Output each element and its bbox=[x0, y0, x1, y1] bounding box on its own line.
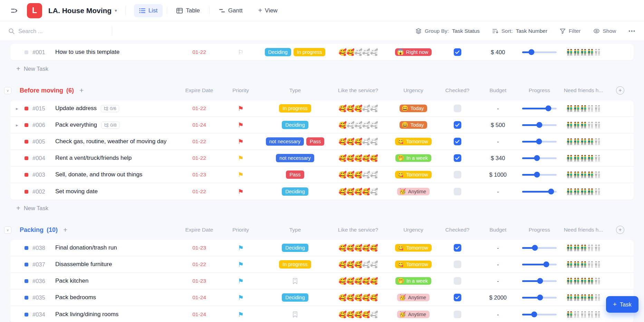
type-cell[interactable]: In progress bbox=[263, 104, 327, 113]
checked-cell[interactable] bbox=[438, 121, 477, 129]
urgency-cell[interactable]: 🥳 Anytime bbox=[389, 188, 438, 195]
like-service-cell[interactable]: 🥰🥰🥰🥰🥰 bbox=[327, 188, 389, 195]
like-emoji[interactable]: 🥰 bbox=[362, 261, 370, 268]
status-dot[interactable] bbox=[25, 50, 28, 54]
like-emoji[interactable]: 🥰 bbox=[370, 261, 378, 268]
like-emoji[interactable]: 🥰 bbox=[346, 278, 354, 284]
type-cell[interactable]: not necessaryPass bbox=[263, 137, 327, 146]
tab-list[interactable]: List bbox=[134, 4, 163, 17]
type-cell[interactable]: not necessary bbox=[263, 154, 327, 162]
like-emoji[interactable]: 🥰 bbox=[370, 172, 378, 178]
priority-cell[interactable]: ⚑ bbox=[218, 138, 263, 145]
expire-date-cell[interactable]: 01-23 bbox=[180, 278, 218, 284]
budget-cell[interactable]: $ 400 bbox=[477, 49, 519, 56]
status-dot[interactable] bbox=[25, 313, 28, 316]
status-dot[interactable] bbox=[25, 140, 28, 144]
checked-cell[interactable] bbox=[438, 261, 477, 268]
like-emoji[interactable]: 🥰 bbox=[370, 138, 378, 145]
friends-emoji[interactable]: 👬 bbox=[587, 189, 594, 195]
like-emoji[interactable]: 🥰 bbox=[362, 294, 370, 301]
progress-slider[interactable] bbox=[522, 124, 557, 126]
urgency-cell[interactable]: 😄 Today bbox=[389, 105, 438, 112]
progress-cell[interactable] bbox=[519, 51, 560, 53]
task-row[interactable]: #037 Disassemble furniture 01-22 ⚑ In pr… bbox=[10, 256, 634, 273]
type-cell[interactable]: Deciding bbox=[263, 121, 327, 129]
checkbox[interactable] bbox=[454, 171, 461, 178]
checkbox[interactable] bbox=[454, 277, 461, 285]
progress-slider[interactable] bbox=[522, 108, 557, 109]
subtask-badge[interactable]: 0/6 bbox=[101, 105, 119, 112]
add-view-button[interactable]: + View bbox=[258, 7, 277, 14]
like-emoji[interactable]: 🥰 bbox=[362, 311, 370, 318]
status-dot[interactable] bbox=[25, 173, 28, 177]
friends-emoji[interactable]: 👬 bbox=[580, 295, 587, 301]
budget-cell[interactable]: - bbox=[477, 105, 519, 112]
friends-cell[interactable]: 👬👬👬👬👬 bbox=[560, 189, 607, 195]
like-emoji[interactable]: 🥰 bbox=[362, 138, 370, 145]
like-emoji[interactable]: 🥰 bbox=[362, 245, 370, 251]
type-cell[interactable] bbox=[263, 311, 327, 318]
checked-cell[interactable] bbox=[438, 105, 477, 112]
friends-emoji[interactable]: 👬 bbox=[566, 122, 573, 128]
progress-slider-thumb[interactable] bbox=[532, 245, 538, 251]
expire-date-cell[interactable]: 01-22 bbox=[180, 138, 218, 145]
budget-cell[interactable]: $ 2000 bbox=[477, 294, 519, 301]
checkbox[interactable] bbox=[454, 121, 461, 129]
urgency-cell[interactable]: 😋 Tomorrow bbox=[389, 244, 438, 252]
sort-control[interactable]: Sort: Task Number bbox=[492, 28, 547, 34]
budget-cell[interactable]: - bbox=[477, 245, 519, 251]
budget-cell[interactable]: $ 1000 bbox=[477, 172, 519, 178]
status-dot[interactable] bbox=[25, 263, 28, 266]
like-emoji[interactable]: 🥰 bbox=[370, 294, 378, 301]
progress-cell[interactable] bbox=[519, 314, 560, 315]
like-emoji[interactable]: 🥰 bbox=[354, 245, 362, 251]
friends-cell[interactable]: 👬👬👬👬👬 bbox=[560, 262, 607, 267]
friends-emoji[interactable]: 👬 bbox=[573, 106, 580, 111]
like-emoji[interactable]: 🥰 bbox=[354, 294, 362, 301]
task-row[interactable]: #001 How to use this template 01-22 ⚐ De… bbox=[10, 44, 634, 60]
checkbox[interactable] bbox=[454, 138, 461, 145]
friends-emoji[interactable]: 👬 bbox=[566, 295, 573, 301]
friends-emoji[interactable]: 👬 bbox=[566, 278, 573, 284]
type-cell[interactable]: Deciding bbox=[263, 187, 327, 196]
like-emoji[interactable]: 🥰 bbox=[346, 294, 354, 301]
task-row[interactable]: #035 Pack bedrooms 01-24 ⚑ Deciding 🥰🥰🥰🥰… bbox=[10, 290, 634, 306]
status-dot[interactable] bbox=[25, 279, 28, 283]
checkbox[interactable] bbox=[454, 154, 461, 162]
friends-cell[interactable]: 👬👬👬👬👬 bbox=[560, 106, 607, 111]
checked-cell[interactable] bbox=[438, 154, 477, 162]
friends-emoji[interactable]: 👬 bbox=[573, 139, 580, 145]
progress-slider[interactable] bbox=[522, 51, 557, 53]
friends-emoji[interactable]: 👬 bbox=[587, 122, 594, 128]
friends-emoji[interactable]: 👬 bbox=[594, 245, 601, 251]
friends-emoji[interactable]: 👬 bbox=[573, 312, 580, 318]
like-service-cell[interactable]: 🥰🥰🥰🥰🥰 bbox=[327, 245, 389, 251]
budget-cell[interactable]: - bbox=[477, 261, 519, 268]
friends-emoji[interactable]: 👬 bbox=[587, 155, 594, 161]
task-row[interactable]: #004 Rent a vent/truck/friends help 01-2… bbox=[10, 150, 634, 167]
friends-cell[interactable]: 👬👬👬👬👬 bbox=[560, 155, 607, 161]
like-emoji[interactable]: 🥰 bbox=[370, 49, 378, 56]
like-emoji[interactable]: 🥰 bbox=[338, 311, 346, 318]
friends-emoji[interactable]: 👬 bbox=[594, 189, 601, 195]
checkbox[interactable] bbox=[454, 261, 461, 268]
show-button[interactable]: Show bbox=[593, 28, 616, 34]
status-dot[interactable] bbox=[25, 123, 28, 127]
checked-cell[interactable] bbox=[438, 244, 477, 252]
friends-emoji[interactable]: 👬 bbox=[566, 155, 573, 161]
friends-cell[interactable]: 👬👬👬👬👬 bbox=[560, 312, 607, 318]
task-row[interactable]: #036 Pack kitchen 01-23 ⚑ 🥰🥰🥰🥰🥰 🤭 In a w… bbox=[10, 273, 634, 290]
like-emoji[interactable]: 🥰 bbox=[346, 105, 354, 112]
budget-cell[interactable]: - bbox=[477, 138, 519, 145]
checked-cell[interactable] bbox=[438, 294, 477, 301]
friends-emoji[interactable]: 👬 bbox=[566, 245, 573, 251]
like-emoji[interactable]: 🥰 bbox=[354, 49, 362, 56]
friends-emoji[interactable]: 👬 bbox=[580, 245, 587, 251]
like-service-cell[interactable]: 🥰🥰🥰🥰🥰 bbox=[327, 172, 389, 178]
expire-date-cell[interactable]: 01-22 bbox=[180, 155, 218, 161]
friends-emoji[interactable]: 👬 bbox=[587, 172, 594, 178]
urgency-cell[interactable]: 🤭 In a week bbox=[389, 277, 438, 285]
checked-cell[interactable] bbox=[438, 188, 477, 195]
more-options-button[interactable]: ••• bbox=[628, 28, 636, 34]
friends-emoji[interactable]: 👬 bbox=[594, 172, 601, 178]
